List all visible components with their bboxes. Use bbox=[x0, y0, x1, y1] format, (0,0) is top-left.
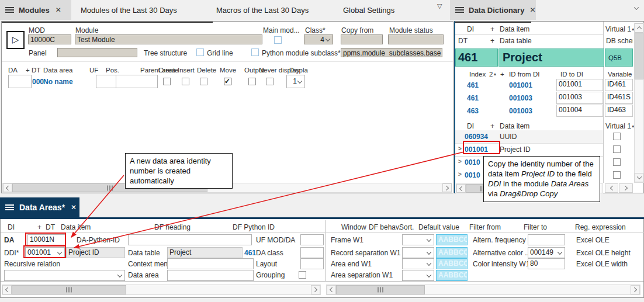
item-name[interactable]: UUID bbox=[500, 133, 517, 141]
tab-global-settings[interactable]: Global Settings bbox=[343, 0, 394, 20]
alternative-color-field[interactable]: 000149 bbox=[528, 247, 565, 258]
mod-field[interactable]: 10000C bbox=[28, 34, 71, 44]
area-row-dt[interactable]: 000 bbox=[32, 78, 44, 86]
tab-data-dictionary[interactable]: Data Dictionary ✕ bbox=[450, 0, 536, 20]
close-icon[interactable]: ✕ bbox=[529, 6, 535, 14]
item-di[interactable]: 060934 bbox=[465, 133, 488, 141]
col-pos[interactable]: Pos. bbox=[106, 67, 119, 74]
col-display[interactable]: Displa bbox=[289, 67, 308, 74]
selected-table-name-cell[interactable]: Project bbox=[498, 48, 604, 67]
add-icon[interactable]: + bbox=[500, 71, 504, 78]
dt-header[interactable]: DT bbox=[46, 223, 55, 231]
data-area-field[interactable] bbox=[167, 270, 254, 281]
item-di[interactable]: 0010 bbox=[465, 158, 480, 166]
dictionary-vscrollbar[interactable] bbox=[634, 23, 644, 183]
area-separation-select[interactable] bbox=[402, 270, 434, 281]
col-data-area[interactable]: Data area bbox=[43, 67, 73, 74]
di-header[interactable]: DI bbox=[467, 122, 474, 130]
add-icon[interactable]: + bbox=[490, 122, 494, 130]
area-separation-color-field[interactable]: AABBCC bbox=[436, 270, 468, 281]
col-da[interactable]: DA bbox=[8, 67, 18, 74]
class-select[interactable]: 4 bbox=[304, 34, 333, 44]
id-from-cell[interactable]: 001003 bbox=[509, 107, 532, 115]
variable-header[interactable]: Variable bbox=[608, 71, 632, 78]
filter-to-header[interactable]: Filter to bbox=[524, 223, 547, 231]
context-menu-field[interactable] bbox=[167, 258, 254, 269]
variable-cell[interactable]: ID463 bbox=[605, 105, 633, 117]
recursive-relation-select[interactable] bbox=[4, 270, 125, 281]
grouping-checkbox[interactable] bbox=[299, 271, 306, 279]
scroll-left-icon[interactable] bbox=[327, 285, 336, 294]
virtual-checkbox[interactable] bbox=[613, 171, 621, 179]
data-item-header[interactable]: Data item bbox=[500, 25, 529, 33]
id-to-di-header[interactable]: ID to DI bbox=[560, 71, 583, 78]
scrollbar-thumb[interactable] bbox=[12, 285, 126, 294]
data-areas-left-hscrollbar[interactable] bbox=[2, 284, 321, 295]
panel-field[interactable] bbox=[57, 48, 137, 57]
output-checkbox[interactable] bbox=[248, 78, 256, 85]
expand-icon[interactable]: > bbox=[458, 171, 462, 178]
col-create[interactable]: Create bbox=[158, 67, 179, 74]
close-icon[interactable]: ✕ bbox=[56, 6, 61, 14]
default-value-header[interactable]: Default value bbox=[418, 223, 459, 231]
scroll-up-icon[interactable] bbox=[635, 23, 643, 33]
reg-expression-header[interactable]: Reg. expression bbox=[575, 223, 626, 231]
variable-cell[interactable]: ID461S bbox=[605, 92, 633, 104]
uf-field[interactable] bbox=[300, 234, 324, 245]
item-name[interactable]: Project ID bbox=[500, 145, 531, 154]
dt-header[interactable]: DT bbox=[458, 37, 468, 45]
tab-list-caret-icon[interactable]: ▽ bbox=[437, 2, 442, 10]
copy-from-field[interactable] bbox=[341, 34, 383, 44]
run-module-button[interactable]: ▷ bbox=[6, 31, 25, 49]
col-uf[interactable]: UF bbox=[89, 67, 98, 74]
di-header[interactable]: DI bbox=[467, 25, 474, 33]
da-class-field[interactable] bbox=[300, 247, 324, 258]
record-separation-select[interactable] bbox=[402, 247, 434, 258]
tab-macros-last-30-days[interactable]: Macros of the Last 30 Days bbox=[216, 0, 309, 20]
hamburger-icon[interactable] bbox=[5, 204, 14, 211]
move-checkbox[interactable] bbox=[224, 78, 231, 85]
virtual-checkbox[interactable] bbox=[613, 145, 621, 153]
window-header[interactable]: Window bbox=[341, 223, 366, 231]
data-item-header[interactable]: Data item bbox=[61, 223, 91, 231]
tab-modules[interactable]: Modules ✕ bbox=[0, 0, 71, 20]
create-checkbox[interactable] bbox=[163, 78, 171, 85]
data-table-field[interactable]: Project bbox=[167, 247, 243, 258]
index-cell[interactable]: 461 bbox=[467, 81, 479, 89]
df-heading-header[interactable]: DF heading bbox=[154, 223, 191, 231]
record-separation-color-field[interactable]: AABBCC bbox=[436, 247, 468, 258]
tab-modules-last-30-days[interactable]: Modules of the Last 30 Days bbox=[81, 0, 177, 20]
hamburger-icon[interactable] bbox=[5, 6, 14, 13]
virtual-header[interactable]: Virtual 1▲ bbox=[605, 122, 635, 130]
insert-checkbox[interactable] bbox=[182, 78, 189, 85]
index-header[interactable]: Index bbox=[469, 71, 486, 78]
color-intensity-field[interactable]: 80 bbox=[528, 258, 565, 269]
module-field[interactable]: Test Module bbox=[75, 34, 262, 44]
selected-table-schema-cell[interactable]: Q5B bbox=[605, 48, 633, 67]
virtual-checkbox[interactable] bbox=[613, 158, 621, 166]
frame-w1-select[interactable] bbox=[402, 234, 434, 245]
area-row-parent-field[interactable] bbox=[116, 75, 158, 88]
data-areas-right-hscrollbar[interactable] bbox=[326, 284, 640, 295]
scroll-right-icon[interactable] bbox=[311, 285, 320, 294]
variable-cell[interactable]: ID461 bbox=[605, 79, 633, 91]
df-heading-field[interactable] bbox=[128, 234, 252, 245]
add-row-icon[interactable]: + bbox=[26, 67, 30, 74]
index-cell[interactable]: 463 bbox=[467, 107, 479, 115]
col-dt[interactable]: DT bbox=[32, 67, 40, 74]
sort-header[interactable]: Sort. bbox=[399, 223, 414, 231]
index-cell[interactable]: 461 bbox=[467, 94, 479, 102]
never-display-checkbox[interactable] bbox=[266, 78, 273, 85]
expand-icon[interactable]: > bbox=[458, 158, 462, 165]
scroll-right-icon[interactable] bbox=[619, 183, 633, 193]
data-item-header[interactable]: Data item bbox=[500, 122, 529, 130]
area-row-name[interactable]: No name bbox=[43, 78, 73, 86]
layout-field[interactable] bbox=[300, 258, 324, 269]
data-table-header[interactable]: Data table bbox=[500, 37, 532, 45]
item-di[interactable]: 0010 bbox=[465, 171, 480, 179]
id-to-cell[interactable]: 001003 bbox=[556, 92, 603, 104]
altern-frequency-field[interactable] bbox=[528, 234, 565, 245]
scroll-left-icon[interactable] bbox=[456, 184, 466, 193]
id-from-di-header[interactable]: ID from DI bbox=[509, 71, 539, 78]
virtual-checkbox[interactable] bbox=[613, 133, 621, 140]
